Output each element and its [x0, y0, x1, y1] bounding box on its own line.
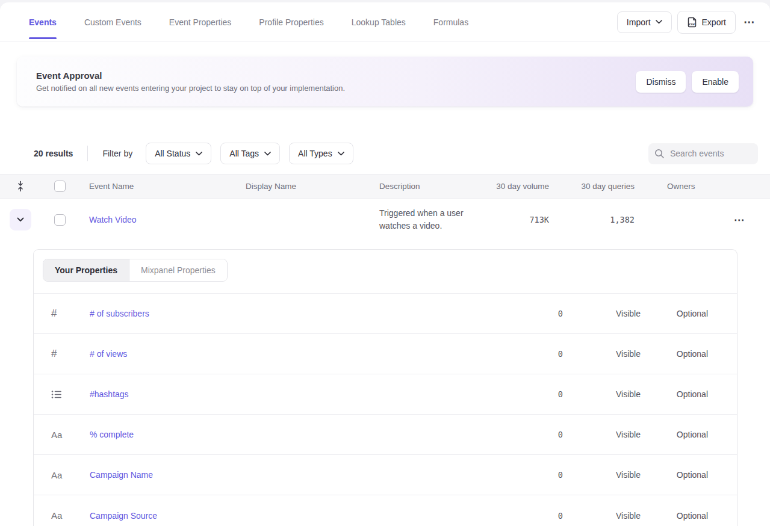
- properties-panel: Your Properties Mixpanel Properties # # …: [33, 249, 737, 526]
- property-requirement: Optional: [648, 511, 708, 521]
- property-visibility: Visible: [588, 470, 648, 480]
- col-display-name: Display Name: [235, 182, 368, 191]
- property-name-link[interactable]: Campaign Source: [90, 511, 157, 521]
- property-count: 0: [515, 389, 588, 399]
- col-volume: 30 day volume: [483, 182, 549, 191]
- col-event-name: Event Name: [78, 182, 235, 191]
- results-count: 20 results: [34, 149, 73, 158]
- tab-lookup-tables[interactable]: Lookup Tables: [352, 14, 406, 31]
- property-requirement: Optional: [648, 470, 708, 480]
- tags-filter-dropdown[interactable]: All Tags: [220, 143, 280, 164]
- top-nav: Events Custom Events Event Properties Pr…: [0, 2, 770, 42]
- property-row: # # of views 0 Visible Optional: [34, 334, 737, 374]
- csv-file-icon: csv: [687, 17, 697, 28]
- svg-text:csv: csv: [689, 22, 695, 25]
- queries-cell: 1,382: [549, 215, 635, 224]
- chevron-down-icon: [338, 152, 344, 156]
- property-row: Aa % complete 0 Visible Optional: [34, 415, 737, 455]
- property-visibility: Visible: [588, 309, 648, 318]
- property-requirement: Optional: [648, 349, 708, 359]
- dismiss-button[interactable]: Dismiss: [636, 71, 686, 93]
- tab-custom-events[interactable]: Custom Events: [84, 14, 141, 31]
- overflow-menu-icon[interactable]: ⋯: [741, 13, 758, 31]
- property-requirement: Optional: [648, 389, 708, 399]
- export-button[interactable]: csv Export: [677, 11, 736, 34]
- event-name-link[interactable]: Watch Video: [89, 215, 137, 224]
- row-expander-button[interactable]: [10, 209, 31, 230]
- select-all-checkbox[interactable]: [54, 181, 66, 192]
- property-requirement: Optional: [648, 309, 708, 318]
- col-description: Description: [368, 182, 483, 191]
- search-box: [648, 143, 758, 164]
- chevron-down-icon: [196, 152, 202, 156]
- row-checkbox[interactable]: [54, 214, 66, 226]
- banner-actions: Dismiss Enable: [636, 71, 739, 93]
- property-count: 0: [515, 309, 588, 318]
- table-row: Watch Video Triggered when a user watche…: [0, 199, 770, 241]
- property-row: #hashtags 0 Visible Optional: [34, 374, 737, 415]
- status-filter-value: All Status: [155, 149, 190, 158]
- number-type-icon: #: [34, 308, 90, 320]
- property-name-link[interactable]: # of views: [90, 349, 127, 359]
- page: Events Custom Events Event Properties Pr…: [0, 2, 770, 532]
- chevron-down-icon: [17, 217, 24, 222]
- import-button-label: Import: [627, 17, 651, 27]
- tab-events[interactable]: Events: [29, 14, 57, 31]
- property-row: Aa Campaign Name 0 Visible Optional: [34, 455, 737, 495]
- list-type-icon: [34, 390, 90, 399]
- description-cell: Triggered when a user watches a video.: [368, 199, 483, 240]
- property-visibility: Visible: [588, 389, 648, 399]
- property-name-link[interactable]: Campaign Name: [90, 470, 153, 480]
- enable-button[interactable]: Enable: [692, 71, 739, 93]
- collapse-all-icon[interactable]: [0, 181, 41, 192]
- import-button[interactable]: Import: [617, 11, 672, 33]
- text-type-icon: Aa: [34, 470, 90, 480]
- property-visibility: Visible: [588, 430, 648, 439]
- tags-filter-value: All Tags: [229, 149, 259, 158]
- chevron-down-icon: [656, 20, 662, 24]
- tab-event-properties[interactable]: Event Properties: [169, 14, 232, 31]
- banner-subtitle: Get notified on all new events entering …: [36, 84, 345, 93]
- properties-tabs: Your Properties Mixpanel Properties: [34, 250, 737, 293]
- filter-bar: 20 results Filter by All Status All Tags…: [34, 143, 758, 164]
- nav-actions: Import csv Export ⋯: [617, 11, 758, 34]
- chevron-down-icon: [264, 152, 271, 156]
- property-count: 0: [515, 430, 588, 439]
- types-filter-dropdown[interactable]: All Types: [289, 143, 353, 164]
- col-owners: Owners: [635, 182, 716, 191]
- text-type-icon: Aa: [34, 510, 90, 521]
- property-visibility: Visible: [588, 511, 648, 521]
- property-row: # # of subscribers 0 Visible Optional: [34, 294, 737, 334]
- property-visibility: Visible: [588, 349, 648, 359]
- export-button-label: Export: [702, 17, 726, 27]
- event-approval-banner: Event Approval Get notified on all new e…: [17, 57, 753, 107]
- tab-profile-properties[interactable]: Profile Properties: [259, 14, 323, 31]
- banner-text: Event Approval Get notified on all new e…: [26, 70, 345, 93]
- property-count: 0: [515, 511, 588, 521]
- table-header: Event Name Display Name Description 30 d…: [0, 174, 770, 199]
- number-type-icon: #: [34, 348, 90, 360]
- property-name-link[interactable]: % complete: [90, 430, 134, 439]
- tab-mixpanel-properties[interactable]: Mixpanel Properties: [129, 259, 227, 281]
- property-count: 0: [515, 470, 588, 480]
- text-type-icon: Aa: [34, 430, 90, 440]
- property-count: 0: [515, 349, 588, 359]
- tab-your-properties[interactable]: Your Properties: [43, 259, 129, 281]
- nav-tabs: Events Custom Events Event Properties Pr…: [29, 14, 468, 31]
- filter-by-label: Filter by: [102, 149, 132, 158]
- property-name-link[interactable]: # of subscribers: [90, 309, 149, 318]
- col-queries: 30 day queries: [549, 182, 635, 191]
- property-row: Aa Campaign Source 0 Visible Optional: [34, 495, 737, 532]
- types-filter-value: All Types: [298, 149, 332, 158]
- tab-formulas[interactable]: Formulas: [433, 14, 468, 31]
- row-menu-icon[interactable]: ⋯: [731, 211, 747, 229]
- property-requirement: Optional: [648, 430, 708, 439]
- search-icon: [654, 149, 665, 159]
- search-input[interactable]: [670, 149, 748, 158]
- divider: [87, 146, 88, 161]
- status-filter-dropdown[interactable]: All Status: [146, 143, 211, 164]
- property-name-link[interactable]: #hashtags: [90, 389, 129, 399]
- volume-cell: 713K: [483, 215, 549, 224]
- banner-title: Event Approval: [36, 70, 345, 81]
